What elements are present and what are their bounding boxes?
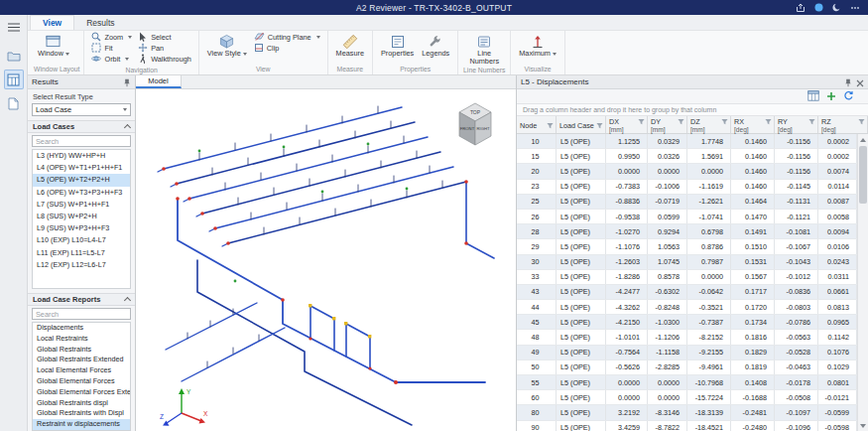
load-case-item[interactable]: L6 (OPE) W+T3+P3+H+F3 [33, 187, 130, 199]
grid-row[interactable]: 26L5 (OPE)-0.95380.0599-1.07410.1470-0.1… [517, 210, 857, 224]
tab-results[interactable]: Results [74, 16, 126, 30]
filter-icon[interactable] [547, 122, 554, 129]
report-item[interactable]: Global Restraints Extended [33, 355, 130, 365]
grid-row[interactable]: 49L5 (OPE)-0.7564-1.1158-9.21550.1829-0.… [517, 346, 857, 360]
grid-row[interactable]: 10L5 (OPE)1.12550.03291.77480.1460-0.115… [517, 134, 857, 149]
report-item[interactable]: Global Restraints displ [33, 398, 130, 409]
load-cases-search-input[interactable] [32, 135, 131, 147]
grid-row[interactable]: 80L5 (OPE)3.2192-8.3146-18.3139-0.2481-0… [517, 405, 857, 420]
tab-view[interactable]: View [30, 15, 74, 30]
report-item[interactable]: Restraint w displacements [33, 419, 130, 430]
grid-row[interactable]: 50L5 (OPE)-0.5626-2.8285-9.49610.1819-0.… [517, 360, 857, 375]
load-cases-section-header[interactable]: Load Cases [28, 120, 135, 133]
grid-row[interactable]: 60L5 (OPE)0.00000.0000-15.7224-0.1688-0.… [517, 390, 857, 405]
grid-row[interactable]: 30L5 (OPE)-1.26031.07450.79870.1531-0.10… [517, 255, 857, 270]
legends-button[interactable]: Legends [418, 32, 453, 58]
folder-icon[interactable] [4, 46, 24, 66]
clip-button[interactable]: Clip [251, 43, 323, 54]
model-canvas[interactable]: TOP FRONT RIGHT Y X [136, 89, 516, 431]
report-item[interactable]: Global Restraints with Displ [33, 408, 130, 419]
walkthrough-button[interactable]: Walkthrough [135, 54, 194, 65]
filter-icon[interactable] [678, 118, 684, 125]
more-options-icon[interactable] [850, 3, 860, 13]
menu-icon[interactable] [4, 17, 24, 37]
column-header-dy[interactable]: DY[mm] [648, 116, 687, 133]
orbit-button[interactable]: Orbit [88, 54, 135, 65]
grid-row[interactable]: 44L5 (OPE)-4.3262-0.8248-0.35210.1720-0.… [517, 300, 857, 315]
pin-icon[interactable] [123, 73, 131, 91]
load-case-item[interactable]: L12 (EXP) L12=L6-L7 [33, 259, 130, 271]
scrollbar-thumb[interactable] [859, 146, 867, 204]
report-item[interactable]: Global Restraints [33, 345, 130, 356]
grid-row[interactable]: 28L5 (OPE)-1.02700.92940.67980.1491-0.10… [517, 224, 857, 239]
result-type-select[interactable]: Load Case [32, 103, 131, 116]
refresh-icon[interactable] [843, 87, 854, 105]
grid-row[interactable]: 48L5 (OPE)-1.0101-1.1206-8.21520.1816-0.… [517, 330, 857, 345]
properties-button[interactable]: Properties [377, 32, 418, 58]
maximum-button[interactable]: Maximum [515, 32, 560, 58]
scroll-down-icon[interactable] [858, 420, 868, 431]
filter-icon[interactable] [638, 118, 645, 125]
column-header-node[interactable]: Node [517, 116, 557, 133]
window-button[interactable]: Window [34, 32, 73, 58]
column-header-rx[interactable]: RX[deg] [731, 116, 775, 133]
grid-row[interactable]: 15L5 (OPE)0.99500.03261.56910.1460-0.115… [517, 149, 857, 164]
column-header-dz[interactable]: DZ[mm] [687, 116, 731, 133]
share-icon[interactable] [796, 3, 806, 13]
grid-row[interactable]: 23L5 (OPE)-0.7383-0.1006-1.16190.1460-0.… [517, 180, 857, 195]
load-case-item[interactable]: L10 (EXP) L10=L4-L7 [33, 234, 130, 246]
view-cube[interactable]: TOP FRONT RIGHT [450, 99, 500, 151]
filter-icon[interactable] [858, 118, 865, 125]
load-case-item[interactable]: L7 (SUS) W+P1+H+F1 [33, 199, 130, 211]
document-icon[interactable] [4, 93, 24, 113]
load-case-item[interactable]: L4 (OPE) W+T1+P1+H+F1 [33, 162, 130, 174]
load-case-item[interactable]: L3 (HYD) WW+HP+H [33, 150, 130, 162]
report-item[interactable]: Global Elemental Forces [33, 376, 130, 387]
zoom-button[interactable]: Zoom [88, 32, 135, 43]
pan-button[interactable]: Pan [135, 43, 194, 54]
column-header-rz[interactable]: RZ[deg] [818, 116, 868, 133]
grid-row[interactable]: 55L5 (OPE)0.00000.0000-10.79680.1408-0.0… [517, 375, 857, 390]
load-case-reports-section-header[interactable]: Load Case Reports [28, 293, 135, 306]
grid-row[interactable]: 45L5 (OPE)-4.2150-1.0300-0.73870.1734-0.… [517, 315, 857, 330]
theme-moon-icon[interactable] [832, 3, 841, 12]
add-icon[interactable] [826, 87, 836, 105]
load-case-item[interactable]: L5 (OPE) W+T2+P2+H [33, 174, 130, 186]
report-item[interactable]: Displacements [33, 323, 130, 334]
filter-icon[interactable] [765, 118, 772, 125]
load-case-item[interactable]: L9 (SUS) W+P3+H+F3 [33, 222, 130, 234]
group-by-hint[interactable]: Drag a column header and drop it here to… [517, 104, 868, 116]
results-grid-icon[interactable] [4, 70, 24, 89]
filter-icon[interactable] [596, 122, 603, 129]
filter-icon[interactable] [808, 118, 815, 125]
line-numbers-button[interactable]: Line Numbers [462, 32, 506, 65]
grid-row[interactable]: 43L5 (OPE)-4.2477-0.6302-0.06420.1717-0.… [517, 285, 857, 300]
tab-model[interactable]: Model [136, 75, 182, 88]
grid-row[interactable]: 20L5 (OPE)0.00000.00000.00000.1460-0.115… [517, 164, 857, 179]
cutting-plane-button[interactable]: Cutting Plane [251, 32, 323, 43]
column-chooser-icon[interactable] [807, 87, 819, 105]
column-header-ry[interactable]: RY[deg] [775, 116, 818, 133]
grid-row[interactable]: 33L5 (OPE)-1.82860.85780.00000.1567-0.10… [517, 270, 857, 285]
vertical-scrollbar[interactable] [857, 134, 868, 431]
load-case-item[interactable]: L11 (EXP) L11=L5-L7 [33, 247, 130, 259]
column-header-load-case[interactable]: Load Case [557, 116, 606, 133]
grid-row[interactable]: 29L5 (OPE)-1.10761.05630.87860.1510-0.10… [517, 239, 857, 254]
presence-dot-icon[interactable] [814, 3, 823, 12]
reports-search-input[interactable] [32, 308, 131, 320]
select-button[interactable]: Select [135, 32, 194, 43]
cube-front-label[interactable]: FRONT [460, 126, 475, 131]
filter-icon[interactable] [721, 118, 728, 125]
report-item[interactable]: Local Elemental Forces [33, 365, 130, 376]
close-icon[interactable] [856, 73, 864, 91]
report-item[interactable]: Local Restraints [33, 334, 130, 345]
cube-right-label[interactable]: RIGHT [476, 126, 489, 131]
scroll-up-icon[interactable] [858, 134, 868, 145]
fit-button[interactable]: Fit [88, 43, 135, 54]
column-header-dx[interactable]: DX[mm] [606, 116, 648, 133]
load-case-item[interactable]: L8 (SUS) W+P2+H [33, 211, 130, 222]
grid-row[interactable]: 25L5 (OPE)-0.8836-0.0719-1.26210.1464-0.… [517, 195, 857, 210]
view-style-button[interactable]: View Style [203, 32, 251, 58]
grid-row[interactable]: 90L5 (OPE)3.4259-8.7822-18.4521-0.2480-0… [517, 421, 857, 431]
report-item[interactable]: Global Elemental Forces Extended [33, 387, 130, 398]
